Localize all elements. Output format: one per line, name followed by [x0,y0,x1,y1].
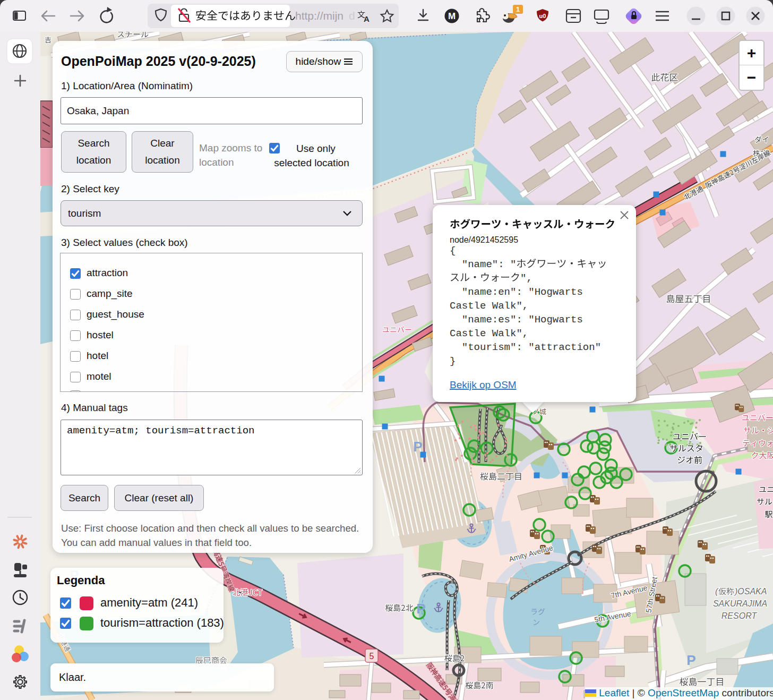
svg-text:M: M [448,11,456,21]
svg-text:"tourism": "attraction": "tourism": "attraction" [450,342,601,353]
svg-text:u0: u0 [539,13,546,19]
svg-text:SAKURAJIMA: SAKURAJIMA [713,599,767,608]
svg-text:Castle Walk",: Castle Walk", [450,300,528,312]
svg-text:RESORT: RESORT [722,611,758,620]
svg-text:"name:es": "Hogwarts: "name:es": "Hogwarts [450,314,583,326]
svg-text:P: P [416,601,425,617]
svg-text:http://mijn: http://mijn [295,10,343,22]
svg-text:Castle Walk",: Castle Walk", [450,328,528,339]
svg-text:Bekijk op OSM: Bekijk op OSM [450,379,517,390]
svg-text:P: P [413,439,422,455]
svg-text:"name:en": "Hogwarts: "name:en": "Hogwarts [450,286,583,298]
svg-text:5: 5 [370,652,374,661]
svg-text:d: d [349,10,355,22]
svg-text:1: 1 [516,5,520,13]
svg-text:",: ", [520,272,532,284]
svg-text:node/4921452595: node/4921452595 [450,235,518,244]
svg-text:{: { [450,245,456,257]
svg-text:P: P [686,652,695,668]
svg-text:)OSAKA: )OSAKA [734,587,767,596]
svg-text:A: A [364,14,370,23]
svg-text:"name": ": "name": " [450,259,516,270]
svg-text:}: } [450,355,456,367]
